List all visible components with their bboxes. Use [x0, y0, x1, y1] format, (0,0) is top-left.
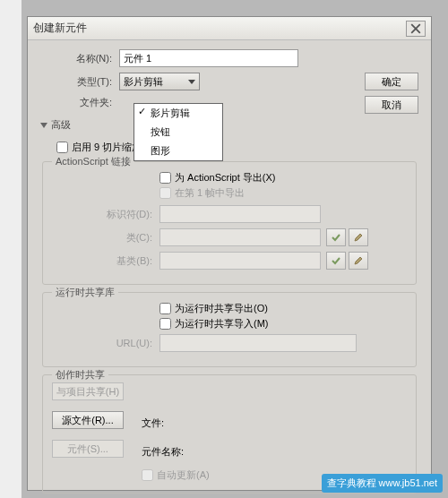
class-check-button[interactable]: [326, 228, 346, 246]
runtime-export-checkbox[interactable]: [159, 303, 171, 314]
close-button[interactable]: [406, 21, 426, 37]
dropdown-item-button[interactable]: 按钮: [134, 123, 222, 142]
triangle-down-icon: [40, 123, 47, 128]
folder-label: 文件夹:: [40, 96, 119, 109]
runtime-title: 运行时共享库: [52, 286, 118, 299]
type-label: 类型(T):: [40, 75, 119, 89]
symbol-button: 元件(S)...: [52, 440, 124, 458]
identifier-label: 标识符(D):: [52, 208, 159, 221]
name-label: 名称(N):: [40, 52, 119, 65]
close-icon: [410, 23, 421, 34]
ok-button[interactable]: 确定: [365, 73, 418, 90]
url-input: [159, 334, 357, 352]
dropdown-item-movieclip[interactable]: 影片剪辑: [134, 104, 222, 123]
check-icon: [331, 232, 341, 243]
author-title: 创作时共享: [52, 368, 108, 382]
name-input[interactable]: [119, 49, 298, 67]
slice9-checkbox[interactable]: [56, 142, 68, 153]
autoupdate-label: 自动更新(A): [157, 468, 210, 482]
check-icon: [331, 255, 341, 266]
create-symbol-dialog: 创建新元件 确定 取消 名称(N): 类型(T): 影片剪辑 文件夹: 影片剪辑…: [27, 16, 432, 491]
pencil-icon: [353, 232, 364, 243]
runtime-group: 运行时共享库 为运行时共享导出(O) 为运行时共享导入(M) URL(U):: [42, 292, 417, 367]
runtime-import-checkbox[interactable]: [159, 318, 171, 330]
cancel-button[interactable]: 取消: [365, 96, 418, 114]
class-label: 类(C):: [52, 231, 159, 245]
identifier-input: [159, 205, 321, 223]
url-label: URL(U):: [52, 338, 159, 348]
advanced-section-toggle[interactable]: 高级: [40, 118, 418, 132]
file-label: 文件:: [142, 416, 164, 430]
actionscript-title: ActionScript 链接: [52, 155, 134, 168]
base-edit-button[interactable]: [349, 252, 368, 270]
autoupdate-checkbox: [142, 469, 153, 481]
symbol-name-label: 元件名称:: [142, 445, 184, 459]
baseclass-input: [159, 252, 321, 270]
titlebar: 创建新元件: [28, 17, 431, 40]
type-dropdown: 影片剪辑 按钮 图形: [134, 103, 223, 161]
baseclass-label: 基类(B):: [52, 254, 159, 268]
watermark: 查字典教程 www.jb51.net: [322, 474, 443, 493]
as-frame1-checkbox: [159, 187, 171, 199]
source-file-button[interactable]: 源文件(R)...: [52, 411, 124, 429]
pencil-icon: [353, 255, 364, 266]
type-select[interactable]: 影片剪辑: [119, 73, 200, 90]
share-project-button: 与项目共享(H): [52, 382, 124, 400]
class-input: [159, 228, 321, 246]
base-check-button[interactable]: [326, 252, 346, 270]
chevron-down-icon: [188, 80, 195, 84]
as-export-checkbox[interactable]: [159, 172, 171, 184]
dropdown-item-graphic[interactable]: 图形: [134, 142, 222, 160]
class-edit-button[interactable]: [349, 228, 368, 246]
dialog-title: 创建新元件: [33, 21, 406, 36]
actionscript-group: ActionScript 链接 为 ActionScript 导出(X) 在第 …: [42, 161, 417, 285]
